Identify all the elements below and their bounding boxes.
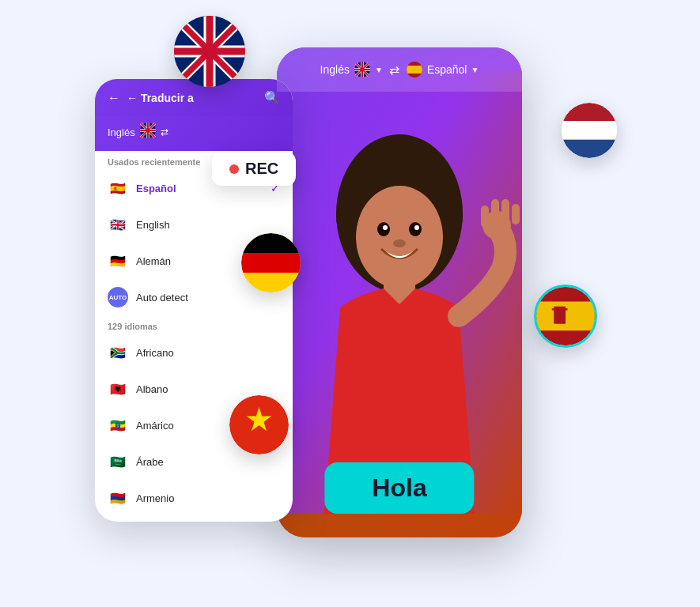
scene: Inglés ▼ ⇄ Español ▼ bbox=[0, 0, 700, 607]
list-swap-icon[interactable]: ⇄ bbox=[161, 126, 168, 138]
svg-rect-28 bbox=[552, 308, 568, 310]
header-title-label: ← Traducir a bbox=[127, 92, 194, 104]
svg-rect-13 bbox=[241, 253, 301, 273]
translation-result-badge: Hola bbox=[324, 462, 474, 514]
svg-rect-18 bbox=[562, 121, 617, 139]
german-flag-icon bbox=[241, 233, 301, 292]
svg-rect-40 bbox=[407, 62, 422, 66]
svg-rect-41 bbox=[407, 66, 422, 74]
english-flag-icon: 🇬🇧 bbox=[108, 214, 128, 235]
list-lang-row: Inglés ⇄ bbox=[95, 116, 293, 151]
list-item[interactable]: 🇦🇿 Azerbaiano bbox=[95, 516, 293, 522]
svg-point-52 bbox=[356, 186, 443, 288]
albano-label: Albano bbox=[136, 383, 280, 395]
armenio-label: Armenio bbox=[136, 492, 280, 504]
svg-rect-63 bbox=[512, 204, 520, 224]
source-flag-circle bbox=[354, 61, 371, 78]
rec-label: REC bbox=[245, 160, 278, 178]
amarico-flag-icon: 🇪🇹 bbox=[108, 415, 128, 435]
list-source-lang: Inglés bbox=[108, 126, 135, 138]
list-phone-header: ← ← Traducir a 🔍 bbox=[95, 79, 293, 116]
svg-rect-42 bbox=[407, 74, 422, 77]
video-phone: Inglés ▼ ⇄ Español ▼ bbox=[277, 47, 522, 537]
albano-flag-icon: 🇦🇱 bbox=[108, 379, 128, 399]
source-lang-pill[interactable]: Inglés ▼ bbox=[320, 61, 383, 78]
svg-rect-24 bbox=[536, 287, 595, 302]
source-chevron-icon: ▼ bbox=[375, 66, 383, 74]
target-flag-circle bbox=[406, 61, 423, 78]
rec-badge[interactable]: REC bbox=[212, 152, 296, 186]
list-item[interactable]: 🇦🇲 Armenio bbox=[95, 480, 293, 516]
swap-langs-button[interactable]: ⇄ bbox=[389, 62, 399, 77]
search-icon[interactable]: 🔍 bbox=[264, 90, 280, 105]
svg-point-55 bbox=[383, 225, 388, 230]
svg-rect-61 bbox=[491, 199, 499, 223]
svg-point-56 bbox=[414, 225, 419, 230]
back-arrow-icon[interactable]: ← bbox=[108, 91, 120, 105]
svg-rect-26 bbox=[536, 331, 595, 346]
auto-detect-icon: AUTO bbox=[108, 287, 128, 307]
target-lang-pill[interactable]: Español ▼ bbox=[406, 61, 479, 78]
all-langs-section-label: 129 idiomas bbox=[95, 315, 293, 334]
svg-rect-62 bbox=[501, 199, 509, 223]
china-flag-icon bbox=[229, 395, 289, 454]
auto-detect-label: Auto detect bbox=[136, 292, 280, 304]
svg-rect-17 bbox=[562, 103, 617, 121]
list-source-flag bbox=[140, 123, 156, 141]
svg-rect-60 bbox=[481, 205, 489, 228]
aleman-flag-icon: 🇩🇪 bbox=[108, 251, 128, 271]
africano-flag-icon: 🇿🇦 bbox=[108, 342, 128, 363]
list-body: Usados recientemente 🇪🇸 Español ✓ 🇬🇧 Eng… bbox=[95, 151, 293, 522]
arabe-flag-icon: 🇸🇦 bbox=[108, 451, 128, 472]
netherlands-flag-icon bbox=[562, 103, 617, 158]
translation-word: Hola bbox=[372, 473, 426, 502]
svg-rect-19 bbox=[562, 140, 617, 158]
armenio-flag-icon: 🇦🇲 bbox=[108, 488, 128, 508]
english-label: English bbox=[136, 219, 280, 231]
video-phone-header: Inglés ▼ ⇄ Español ▼ bbox=[277, 47, 522, 92]
arabe-label: Árabe bbox=[136, 456, 280, 468]
list-header-title: ← ← Traducir a bbox=[108, 91, 194, 105]
africano-label: Africano bbox=[136, 347, 280, 359]
rec-dot-icon bbox=[229, 164, 239, 174]
language-list-phone: ← ← Traducir a 🔍 Inglés ⇄ Usados recient… bbox=[95, 79, 293, 522]
espanol-flag-icon: 🇪🇸 bbox=[108, 178, 128, 198]
target-lang-label: Español bbox=[427, 63, 467, 76]
target-chevron-icon: ▼ bbox=[471, 66, 479, 74]
uk-flag-icon bbox=[174, 16, 245, 87]
svg-point-57 bbox=[393, 239, 406, 247]
source-lang-label: Inglés bbox=[320, 63, 350, 76]
person-illustration bbox=[277, 71, 522, 514]
spain-flag-icon bbox=[534, 285, 597, 348]
list-item[interactable]: 🇿🇦 Africano bbox=[95, 334, 293, 371]
